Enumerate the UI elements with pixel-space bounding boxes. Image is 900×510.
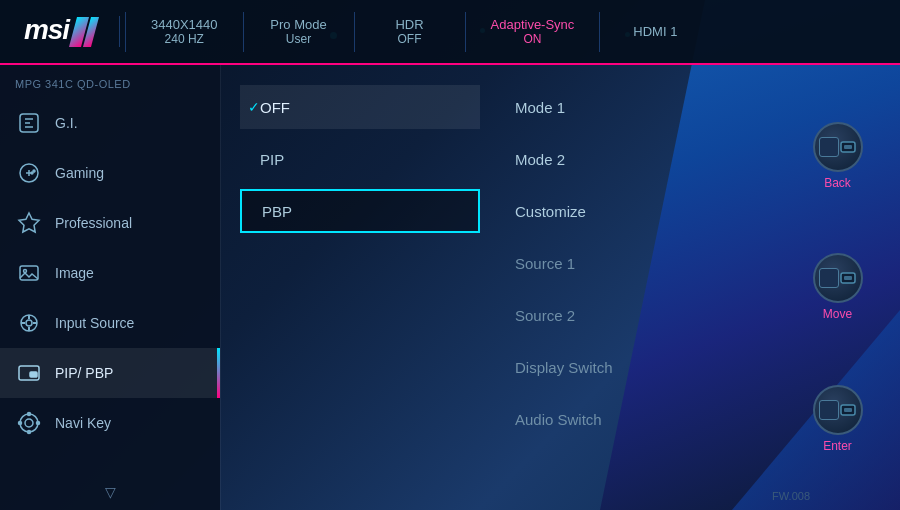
svg-point-11 bbox=[20, 414, 38, 432]
svg-point-6 bbox=[24, 270, 27, 273]
sub-option-source2[interactable]: Source 2 bbox=[495, 293, 780, 337]
svg-point-15 bbox=[19, 422, 22, 425]
option-pbp[interactable]: PBP bbox=[240, 189, 480, 233]
back-dial bbox=[813, 122, 863, 172]
svg-point-14 bbox=[28, 431, 31, 434]
gi-icon bbox=[15, 109, 43, 137]
professional-icon bbox=[15, 209, 43, 237]
sub-option-customize-label: Customize bbox=[515, 203, 586, 220]
sidebar-item-navi-key[interactable]: Navi Key bbox=[0, 398, 220, 448]
option-off[interactable]: OFF bbox=[240, 85, 480, 129]
sep-2 bbox=[243, 12, 244, 52]
svg-rect-20 bbox=[844, 276, 852, 280]
logo-text: msi bbox=[24, 14, 69, 45]
firmware-version: FW.008 bbox=[772, 490, 810, 502]
sidebar: MPG 341C QD-OLED G.I. Gaming bbox=[0, 65, 220, 510]
pro-mode-item: Pro Mode User bbox=[249, 17, 349, 46]
svg-rect-10 bbox=[30, 372, 37, 377]
svg-point-8 bbox=[26, 320, 32, 326]
option-pip[interactable]: PIP bbox=[240, 137, 480, 181]
professional-label: Professional bbox=[55, 215, 132, 231]
gi-label: G.I. bbox=[55, 115, 78, 131]
content-area: OFF PIP PBP Mode 1 Mode 2 Customize Sour… bbox=[220, 65, 900, 510]
main-area: MPG 341C QD-OLED G.I. Gaming bbox=[0, 65, 900, 510]
header-bar: msi 3440X1440 240 HZ Pro Mode User HDR O… bbox=[0, 0, 900, 65]
sep-1 bbox=[125, 12, 126, 52]
sub-option-display-switch[interactable]: Display Switch bbox=[495, 345, 780, 389]
pip-icon bbox=[15, 359, 43, 387]
sep-5 bbox=[599, 12, 600, 52]
enter-button[interactable]: Enter bbox=[813, 385, 863, 453]
hdr-label: HDR bbox=[395, 17, 423, 32]
pro-mode-sub: User bbox=[286, 32, 311, 46]
svg-rect-22 bbox=[844, 408, 852, 412]
hdr-sub: OFF bbox=[398, 32, 422, 46]
sidebar-item-image[interactable]: Image bbox=[0, 248, 220, 298]
enter-dial bbox=[813, 385, 863, 435]
move-dial bbox=[813, 253, 863, 303]
sub-option-display-switch-label: Display Switch bbox=[515, 359, 613, 376]
enter-label: Enter bbox=[823, 439, 852, 453]
adaptive-sync-label: Adaptive-Sync bbox=[491, 17, 575, 32]
options-column: OFF PIP PBP bbox=[240, 80, 480, 495]
pip-pbp-label: PIP/ PBP bbox=[55, 365, 113, 381]
sub-option-mode1[interactable]: Mode 1 bbox=[495, 85, 780, 129]
sub-options-column: Mode 1 Mode 2 Customize Source 1 Source … bbox=[495, 80, 780, 495]
sub-option-mode2-label: Mode 2 bbox=[515, 151, 565, 168]
svg-point-13 bbox=[28, 413, 31, 416]
svg-point-16 bbox=[37, 422, 40, 425]
hdr-item: HDR OFF bbox=[360, 17, 460, 46]
option-pbp-label: PBP bbox=[262, 203, 292, 220]
sep-3 bbox=[354, 12, 355, 52]
monitor-model: MPG 341C QD-OLED bbox=[0, 70, 220, 98]
input-source-icon bbox=[15, 309, 43, 337]
resolution-item: 3440X1440 240 HZ bbox=[131, 17, 238, 46]
sub-option-customize[interactable]: Customize bbox=[495, 189, 780, 233]
hdmi-item: HDMI 1 bbox=[605, 24, 705, 39]
sidebar-item-gaming[interactable]: Gaming bbox=[0, 148, 220, 198]
sub-option-audio-switch[interactable]: Audio Switch bbox=[495, 397, 780, 441]
msi-logo: msi bbox=[24, 16, 95, 47]
move-button[interactable]: Move bbox=[813, 253, 863, 321]
image-icon bbox=[15, 259, 43, 287]
right-controls: Back Move Enter bbox=[795, 80, 880, 495]
svg-marker-4 bbox=[19, 213, 39, 232]
gaming-icon bbox=[15, 159, 43, 187]
sub-option-audio-switch-label: Audio Switch bbox=[515, 411, 602, 428]
hdmi-label: HDMI 1 bbox=[633, 24, 677, 39]
gaming-label: Gaming bbox=[55, 165, 104, 181]
image-label: Image bbox=[55, 265, 94, 281]
resolution-sub: 240 HZ bbox=[165, 32, 204, 46]
back-label: Back bbox=[824, 176, 851, 190]
back-button[interactable]: Back bbox=[813, 122, 863, 190]
pro-mode-label: Pro Mode bbox=[270, 17, 326, 32]
move-label: Move bbox=[823, 307, 852, 321]
sub-option-source1-label: Source 1 bbox=[515, 255, 575, 272]
nav-down-arrow[interactable]: ▽ bbox=[0, 474, 220, 510]
navi-key-icon bbox=[15, 409, 43, 437]
sidebar-item-professional[interactable]: Professional bbox=[0, 198, 220, 248]
option-pip-label: PIP bbox=[260, 151, 284, 168]
sub-option-source2-label: Source 2 bbox=[515, 307, 575, 324]
sidebar-item-gi[interactable]: G.I. bbox=[0, 98, 220, 148]
adaptive-sync-item: Adaptive-Sync ON bbox=[471, 17, 595, 46]
resolution-label: 3440X1440 bbox=[151, 17, 218, 32]
sidebar-separator bbox=[220, 65, 221, 510]
svg-point-12 bbox=[25, 419, 33, 427]
sub-option-mode1-label: Mode 1 bbox=[515, 99, 565, 116]
sub-option-mode2[interactable]: Mode 2 bbox=[495, 137, 780, 181]
sub-option-source1[interactable]: Source 1 bbox=[495, 241, 780, 285]
down-arrow-icon: ▽ bbox=[105, 484, 116, 500]
svg-point-2 bbox=[33, 170, 35, 172]
option-off-label: OFF bbox=[260, 99, 290, 116]
logo-area: msi bbox=[0, 16, 120, 47]
svg-rect-18 bbox=[844, 145, 852, 149]
sep-4 bbox=[465, 12, 466, 52]
input-source-label: Input Source bbox=[55, 315, 134, 331]
navi-key-label: Navi Key bbox=[55, 415, 111, 431]
sidebar-item-input-source[interactable]: Input Source bbox=[0, 298, 220, 348]
adaptive-sync-sub: ON bbox=[523, 32, 541, 46]
svg-point-3 bbox=[31, 172, 33, 174]
sidebar-item-pip-pbp[interactable]: PIP/ PBP bbox=[0, 348, 220, 398]
